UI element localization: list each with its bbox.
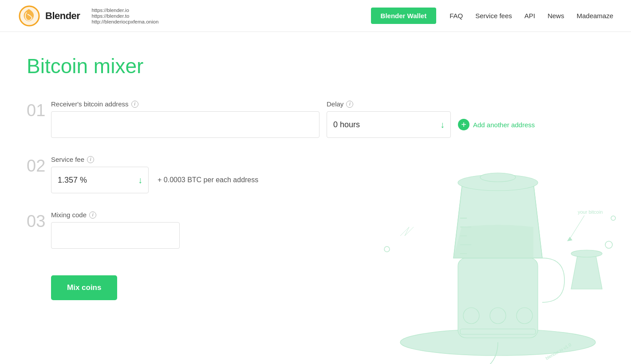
step-01-content: Receiver's bitcoin address i Delay i 0	[51, 100, 604, 138]
svg-point-12	[490, 308, 506, 324]
add-icon: +	[458, 119, 469, 130]
header: Blender https://blender.io https://blend…	[0, 0, 631, 32]
mixing-code-label: Mixing code i	[51, 211, 604, 219]
logo-url-3[interactable]: http://blenderiocpxfema.onion	[91, 19, 158, 24]
step-02-content: Service fee i 1.357 % 2.000 % 3.000 % 5.…	[51, 156, 604, 193]
logo-area: Blender https://blender.io https://blend…	[18, 4, 158, 27]
step-02-row: 02 Service fee i 1.357 % 2.000 % 3.000 %…	[27, 156, 604, 193]
fee-note: + 0.0003 BTC per each address	[158, 176, 258, 184]
add-address-button[interactable]: + Add another address	[458, 119, 535, 130]
step-03-content: Mixing code i	[51, 211, 604, 249]
svg-point-11	[463, 308, 479, 324]
delay-select[interactable]: 0 hours 1 hours 2 hours 6 hours 12 hours…	[327, 111, 451, 138]
nav-faq[interactable]: FAQ	[450, 12, 463, 20]
svg-point-17	[605, 241, 612, 248]
bitcoin-address-input[interactable]	[51, 111, 319, 138]
mix-coins-button[interactable]: Mix coins	[51, 275, 117, 300]
mixing-code-input[interactable]	[51, 222, 180, 249]
address-label: Receiver's bitcoin address i	[51, 100, 319, 108]
service-fee-label: Service fee i	[51, 156, 604, 163]
main-content: .il { fill: none; stroke: #b8e8cd; strok…	[0, 32, 631, 364]
nav-service-fees[interactable]: Service fees	[475, 12, 512, 20]
logo-url-1[interactable]: https://blender.io	[91, 8, 158, 13]
logo-url-2[interactable]: https://blender.to	[91, 13, 158, 19]
address-info-icon[interactable]: i	[131, 101, 138, 108]
step-02-number: 02	[27, 157, 51, 174]
svg-text:blender.io v1.0: blender.io v1.0	[545, 342, 572, 360]
delay-select-wrapper: 0 hours 1 hours 2 hours 6 hours 12 hours…	[327, 111, 451, 138]
blender-wallet-button[interactable]: Blender Wallet	[371, 8, 437, 24]
service-fee-select[interactable]: 1.357 % 2.000 % 3.000 % 5.000 %	[51, 167, 149, 193]
nav-madeamaze[interactable]: Madeamaze	[576, 12, 613, 20]
step-03-number: 03	[27, 213, 51, 230]
service-fee-info-icon[interactable]: i	[87, 156, 94, 163]
nav: FAQ Service fees API News Madeamaze	[450, 12, 613, 20]
nav-api[interactable]: API	[525, 12, 535, 20]
mixing-code-info-icon[interactable]: i	[89, 211, 96, 219]
service-fee-wrapper: 1.357 % 2.000 % 3.000 % 5.000 % ↓	[51, 167, 149, 193]
svg-point-15	[571, 250, 602, 257]
svg-point-13	[517, 308, 532, 324]
logo-urls: https://blender.io https://blender.to ht…	[91, 8, 158, 24]
svg-point-18	[611, 216, 615, 220]
delay-info-icon[interactable]: i	[346, 101, 353, 108]
page-title: Bitcoin mixer	[27, 54, 604, 78]
step-03-row: 03 Mixing code i	[27, 211, 604, 249]
delay-label: Delay i	[327, 100, 535, 108]
step-01-row: 01 Receiver's bitcoin address i Delay i	[27, 100, 604, 138]
nav-news[interactable]: News	[548, 12, 564, 20]
step-01-number: 01	[27, 102, 51, 119]
step02-fields: 1.357 % 2.000 % 3.000 % 5.000 % ↓ + 0.00…	[51, 167, 604, 193]
logo-text: Blender	[45, 10, 80, 22]
svg-rect-14	[460, 329, 536, 334]
svg-point-2	[400, 329, 596, 356]
logo-icon	[18, 4, 41, 27]
